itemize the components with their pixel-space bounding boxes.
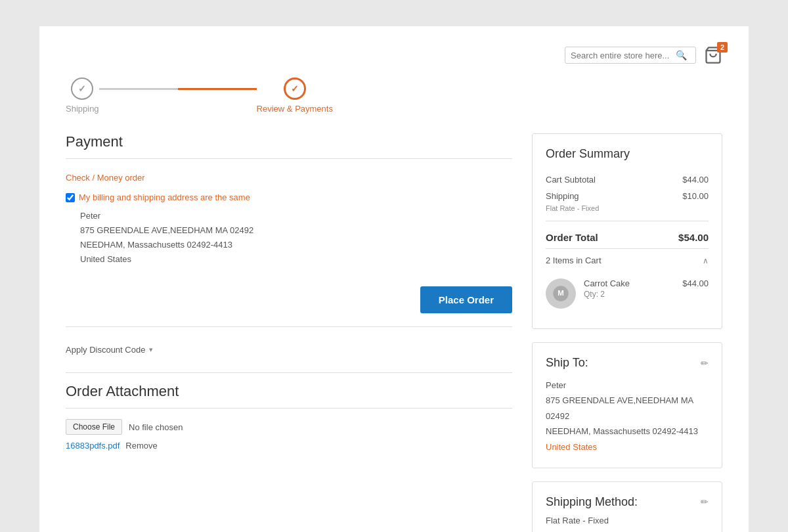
cart-item-name: Carrot Cake — [584, 278, 674, 288]
shipping-method-card: Shipping Method: ✏ Flat Rate - Fixed — [532, 481, 722, 532]
ship-country: United States — [546, 439, 709, 454]
ship-to-title: Ship To: — [546, 356, 588, 370]
search-input[interactable] — [571, 51, 676, 60]
step-line-left — [99, 88, 178, 90]
chevron-down-icon: ▾ — [149, 345, 153, 354]
payment-method-link[interactable]: Check / Money order — [66, 173, 145, 183]
cart-count-badge: 2 — [717, 42, 728, 53]
address-line1: 875 GREENDALE AVE,NEEDHAM MA 02492 — [80, 223, 512, 238]
items-in-cart-row: 2 Items in Cart ∧ — [546, 248, 709, 272]
main-column: Payment Check / Money order My billing a… — [66, 133, 512, 532]
shipping-value: $10.00 — [682, 191, 709, 201]
shipping-sub-row: Flat Rate - Fixed — [546, 204, 709, 215]
checkmark-icon: ✓ — [78, 83, 86, 94]
order-total-label: Order Total — [546, 232, 598, 243]
file-link[interactable]: 16883pdfs.pdf — [66, 441, 120, 451]
product-logo-icon: M — [552, 285, 569, 302]
cart-subtotal-value: $44.00 — [682, 175, 709, 185]
divider-1 — [66, 326, 512, 327]
order-total-row: Order Total $54.00 — [546, 227, 709, 248]
ship-line2: NEEDHAM, Massachusetts 02492-4413 — [546, 424, 709, 439]
ship-address: Peter 875 GREENDALE AVE,NEEDHAM MA 02492… — [546, 378, 709, 454]
summary-divider — [546, 221, 709, 221]
order-summary-title: Order Summary — [546, 147, 709, 161]
step-shipping: ✓ Shipping — [66, 78, 99, 114]
order-total-value: $54.00 — [678, 232, 709, 243]
ship-name: Peter — [546, 378, 709, 393]
address-line2: NEEDHAM, Massachusetts 02492-4413 — [80, 238, 512, 252]
billing-same-label: My billing and shipping address are the … — [79, 192, 250, 202]
sidebar-column: Order Summary Cart Subtotal $44.00 Shipp… — [532, 133, 722, 532]
cart-item-qty: Qty: 2 — [584, 290, 674, 299]
file-info-row: 16883pdfs.pdf Remove — [66, 440, 512, 451]
billing-checkbox-row: My billing and shipping address are the … — [66, 192, 512, 202]
checkmark-icon-2: ✓ — [291, 83, 299, 94]
ship-line1: 875 GREENDALE AVE,NEEDHAM MA 02492 — [546, 393, 709, 424]
attachment-title: Order Attachment — [66, 383, 512, 409]
step-review: ✓ Review & Payments — [257, 78, 333, 114]
step-line-right — [178, 88, 257, 90]
svg-text:M: M — [558, 289, 564, 297]
cart-button[interactable]: 2 — [704, 46, 722, 64]
edit-shipping-method-icon[interactable]: ✏ — [701, 497, 709, 507]
address-country: United States — [80, 252, 512, 267]
discount-toggle[interactable]: Apply Discount Code ▾ — [66, 337, 512, 363]
cart-item-details: Carrot Cake Qty: 2 — [584, 278, 674, 299]
discount-label: Apply Discount Code — [66, 345, 145, 355]
product-image: M — [546, 278, 576, 309]
content-area: Payment Check / Money order My billing a… — [66, 133, 722, 532]
progress-steps: ✓ Shipping ✓ Review & Payments — [66, 71, 722, 114]
search-icon[interactable]: 🔍 — [676, 50, 687, 60]
no-file-label: No file chosen — [129, 422, 183, 432]
place-order-button[interactable]: Place Order — [420, 286, 512, 313]
address-name: Peter — [80, 209, 512, 223]
divider-2 — [66, 372, 512, 373]
step-shipping-circle: ✓ — [71, 78, 93, 100]
items-in-cart-label: 2 Items in Cart — [546, 255, 602, 265]
shipping-method-header: Shipping Method: ✏ — [546, 495, 709, 509]
top-bar: 🔍 2 — [66, 46, 722, 64]
step-shipping-label: Shipping — [66, 104, 99, 114]
edit-ship-to-icon[interactable]: ✏ — [701, 358, 709, 368]
search-box[interactable]: 🔍 — [565, 47, 696, 64]
choose-file-button[interactable]: Choose File — [66, 419, 122, 435]
shipping-method-title: Shipping Method: — [546, 495, 638, 509]
step-review-circle: ✓ — [284, 78, 306, 100]
shipping-method-sub: Flat Rate - Fixed — [546, 204, 599, 212]
cart-subtotal-row: Cart Subtotal $44.00 — [546, 171, 709, 188]
shipping-method-value: Flat Rate - Fixed — [546, 516, 709, 525]
shipping-label: Shipping — [546, 191, 579, 201]
order-summary-card: Order Summary Cart Subtotal $44.00 Shipp… — [532, 133, 722, 329]
step-review-label: Review & Payments — [257, 104, 333, 114]
ship-to-header: Ship To: ✏ — [546, 356, 709, 370]
remove-link[interactable]: Remove — [125, 441, 157, 451]
chevron-up-icon[interactable]: ∧ — [703, 256, 709, 265]
payment-title: Payment — [66, 133, 512, 159]
billing-same-checkbox[interactable] — [66, 193, 75, 202]
shipping-row: Shipping $10.00 — [546, 188, 709, 204]
cart-subtotal-label: Cart Subtotal — [546, 175, 596, 185]
place-order-row: Place Order — [66, 286, 512, 313]
file-row: Choose File No file chosen — [66, 419, 512, 435]
billing-address: Peter 875 GREENDALE AVE,NEEDHAM MA 02492… — [80, 209, 512, 267]
ship-to-card: Ship To: ✏ Peter 875 GREENDALE AVE,NEEDH… — [532, 342, 722, 468]
cart-item-row: M Carrot Cake Qty: 2 $44.00 — [546, 272, 709, 315]
cart-item-price: $44.00 — [682, 278, 709, 288]
